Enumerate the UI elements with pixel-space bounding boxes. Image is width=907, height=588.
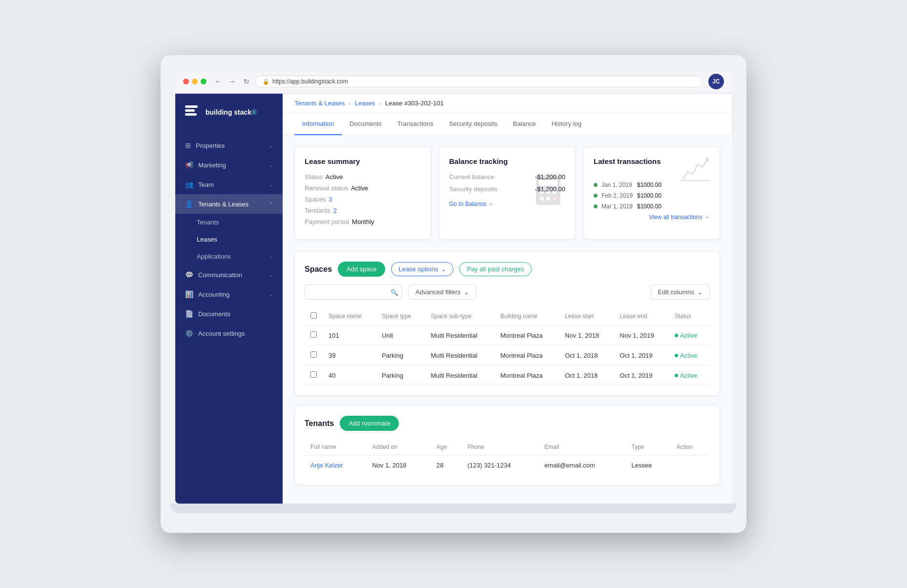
lock-icon: 🔒 [263, 79, 269, 85]
documents-icon: 📄 [185, 310, 193, 318]
edit-columns-label: Edit columns [658, 288, 694, 296]
spaces-section-title: Spaces [305, 265, 332, 274]
svg-rect-1 [539, 180, 557, 186]
tenant-name-cell: Anje Keizer [305, 456, 367, 475]
tab-history-log[interactable]: History log [544, 113, 589, 135]
tab-balance[interactable]: Balance [505, 113, 544, 135]
col-space-sub-type: Space sub-type [425, 307, 495, 325]
sidebar-item-leases[interactable]: Leases [175, 231, 283, 248]
tenants-label: Tendants [305, 207, 330, 214]
breadcrumb-tenants-leases[interactable]: Tenants & Leases [294, 100, 345, 107]
row-checkbox[interactable] [310, 371, 317, 378]
communication-icon: 💬 [185, 271, 193, 279]
security-deposits-label: Security deposits [449, 185, 497, 193]
svg-point-7 [553, 197, 557, 201]
search-icon: 🔍 [391, 288, 398, 296]
latest-transactions-title: Latest transactions [594, 157, 661, 165]
tx-dot [594, 194, 598, 198]
status-cell: Active [669, 325, 710, 345]
user-avatar[interactable]: JC [708, 74, 724, 89]
chevron-up-icon: ⌃ [269, 202, 273, 207]
marketing-icon: 📢 [185, 161, 193, 169]
sidebar-item-marketing[interactable]: 📢 Marketing ⌄ [175, 155, 283, 175]
payment-label: Payment period [305, 218, 349, 225]
balance-tracking-title: Balance tracking [449, 157, 565, 165]
view-all-transactions-link[interactable]: View all transactions → [594, 214, 710, 221]
chevron-down-icon: ⌄ [269, 254, 273, 259]
tab-information[interactable]: Information [294, 113, 342, 135]
svg-point-6 [546, 197, 550, 201]
lease-options-button[interactable]: Lease options ⌄ [391, 262, 454, 276]
tab-transactions[interactable]: Transactions [390, 113, 441, 135]
status-value: Active [326, 173, 343, 181]
sidebar-label-team: Team [198, 181, 214, 188]
renewal-value: Active [351, 184, 368, 192]
col-status: Status [669, 307, 710, 325]
col-age: Age [431, 439, 461, 456]
tenant-action-cell [671, 456, 710, 475]
row-checkbox[interactable] [310, 331, 317, 338]
breadcrumb-leases[interactable]: Leases [355, 100, 375, 107]
tab-security-deposits[interactable]: Security deposits [441, 113, 505, 135]
accounting-icon: 📊 [185, 290, 193, 298]
sidebar-item-team[interactable]: 👥 Team ⌄ [175, 175, 283, 194]
sidebar-item-applications[interactable]: Applications ⌄ [175, 248, 283, 265]
sidebar-item-communication[interactable]: 💬 Communication ⌄ [175, 265, 283, 284]
add-space-button[interactable]: Add space [338, 262, 385, 277]
logo-text: building stack® [206, 108, 256, 116]
building-name-cell: Montreal Plaza [495, 345, 559, 365]
tenant-email-cell: email@email.com [538, 456, 625, 475]
chevron-down-icon: ⌄ [269, 162, 273, 168]
row-checkbox[interactable] [310, 351, 317, 358]
col-space-type: Space type [376, 307, 425, 325]
forward-button[interactable]: → [226, 76, 238, 87]
sidebar-item-accounting[interactable]: 📊 Accounting ⌄ [175, 284, 283, 304]
add-roommate-button[interactable]: Add roommate [340, 416, 399, 431]
latest-transactions-card: Latest transactions Jan 1, 2019 $1000.00 [583, 147, 720, 240]
svg-point-3 [546, 190, 550, 194]
tenant-age-cell: 28 [431, 456, 461, 475]
lease-options-label: Lease options [398, 265, 438, 273]
breadcrumb-lease-number: Lease #303-202-101 [385, 100, 444, 107]
back-button[interactable]: ← [212, 76, 224, 87]
sidebar-label-leases: Leases [197, 236, 217, 243]
sidebar-label-tenants: Tenants [197, 219, 219, 226]
lease-end-cell: Oct 1, 2019 [614, 345, 669, 365]
space-name-cell: 40 [323, 365, 376, 385]
col-lease-start: Lease start [559, 307, 614, 325]
transaction-item: Jan 1, 2019 $1000.00 [594, 182, 710, 188]
svg-point-4 [553, 190, 557, 194]
pay-past-charges-button[interactable]: Pay all past charges [459, 262, 531, 276]
tx-date-1: Jan 1, 2019 [601, 182, 633, 188]
sidebar-item-account-settings[interactable]: ⚙️ Account settings [175, 324, 283, 343]
tenant-name-link[interactable]: Anje Keizer [310, 462, 343, 469]
advanced-filters-button[interactable]: Advanced filters ⌄ [408, 284, 476, 300]
sidebar-label-applications: Applications [197, 253, 231, 260]
svg-point-2 [540, 190, 544, 194]
edit-columns-button[interactable]: Edit columns ⌄ [651, 284, 710, 300]
col-type: Type [626, 439, 671, 456]
calculator-icon [531, 173, 565, 207]
svg-point-5 [540, 197, 544, 201]
search-input[interactable] [305, 284, 402, 300]
summary-cards: Lease summary Status Active Renewal stat… [294, 147, 720, 240]
chevron-down-icon: ⌄ [697, 288, 702, 296]
tx-amount-1: $1000.00 [637, 182, 661, 188]
tab-documents[interactable]: Documents [342, 113, 390, 135]
payment-value: Monthly [352, 218, 374, 225]
sidebar-item-tenants[interactable]: Tenants [175, 214, 283, 231]
select-all-checkbox[interactable] [310, 312, 317, 319]
sidebar-label-communication: Communication [198, 271, 242, 279]
sidebar-item-documents[interactable]: 📄 Documents [175, 304, 283, 324]
sidebar-item-properties[interactable]: ⊞ Properties ⌄ [175, 136, 283, 155]
spaces-value[interactable]: 3 [329, 196, 332, 203]
chevron-down-icon: ⌄ [269, 143, 273, 148]
svg-rect-9 [680, 180, 710, 181]
refresh-button[interactable]: ↻ [244, 78, 249, 85]
status-cell: Active [669, 365, 710, 385]
balance-tracking-card: Balance tracking Current balance -$1,200… [439, 147, 576, 240]
tenant-row: Anje Keizer Nov 1, 2018 28 (123) 321-123… [305, 456, 710, 475]
tenants-value[interactable]: 2 [333, 207, 337, 214]
sidebar-item-tenants-leases[interactable]: 👤 Tenants & Leases ⌃ [175, 194, 283, 214]
sidebar: building stack® ⊞ Properties ⌄ 📢 Marketi… [175, 94, 283, 504]
